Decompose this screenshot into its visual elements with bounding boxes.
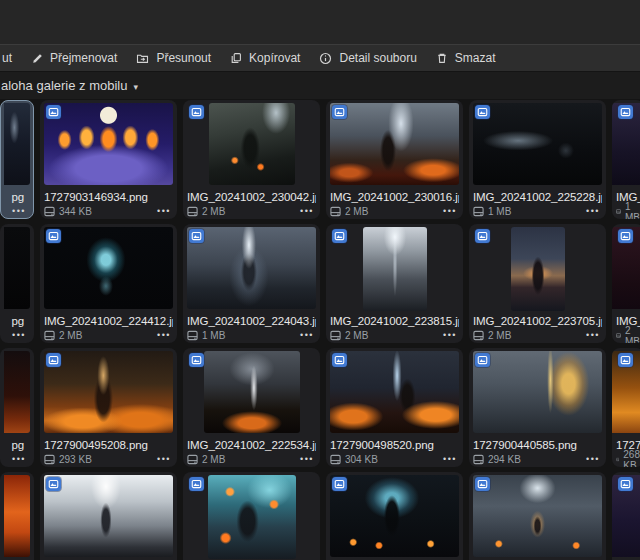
- thumbnail[interactable]: [208, 475, 296, 559]
- pencil-icon: [31, 52, 43, 64]
- breadcrumb[interactable]: aloha galerie z mobilu ▾: [1, 78, 138, 93]
- file-card[interactable]: IMG_20 2 MB: [612, 224, 640, 343]
- image-type-badge: [332, 477, 347, 491]
- more-options-button[interactable]: •••: [157, 329, 173, 342]
- file-card[interactable]: [40, 472, 177, 560]
- thumbnail[interactable]: [4, 103, 30, 185]
- thumbnail[interactable]: [473, 475, 602, 557]
- file-card[interactable]: [326, 472, 463, 560]
- file-size: 2 MB: [625, 325, 640, 344]
- file-card[interactable]: pg •••: [0, 348, 34, 467]
- file-card[interactable]: IMG_20241002_223815.jpg 2 MB •••: [326, 224, 463, 343]
- toolbar-item-copy[interactable]: Kopírovat: [230, 51, 300, 65]
- thumbnail-area: [44, 103, 173, 187]
- file-card[interactable]: 1727900498520.png 304 KB •••: [326, 348, 463, 467]
- thumbnail-area: [187, 475, 316, 559]
- thumbnail[interactable]: [330, 351, 459, 433]
- toolbar-item-details[interactable]: Detail souboru: [319, 51, 416, 65]
- more-options-button[interactable]: •••: [443, 329, 459, 342]
- storage-icon: [616, 206, 621, 217]
- file-meta: 344 KB •••: [44, 205, 173, 218]
- thumbnail[interactable]: [44, 475, 173, 557]
- thumbnail[interactable]: [209, 103, 295, 185]
- file-size: 2 MB: [202, 206, 225, 217]
- file-card[interactable]: 1727900495208.png 293 KB •••: [40, 348, 177, 467]
- file-meta: 2 MB •••: [473, 329, 602, 342]
- thumbnail[interactable]: [187, 227, 316, 309]
- more-options-button[interactable]: •••: [443, 453, 459, 466]
- more-options-button[interactable]: •••: [443, 205, 459, 218]
- file-meta: 2 MB •••: [187, 453, 316, 466]
- file-card[interactable]: IMG_20241002_222534.jpg 2 MB •••: [183, 348, 320, 467]
- thumbnail[interactable]: [330, 103, 459, 185]
- file-name: IMG_20241002_225228.jpg: [473, 190, 602, 204]
- thumbnail[interactable]: [44, 227, 173, 309]
- file-card[interactable]: IMG_20 1 MB: [612, 100, 640, 219]
- more-options-button[interactable]: •••: [157, 205, 173, 218]
- toolbar-item-move[interactable]: Přesunout: [136, 51, 211, 65]
- more-options-button[interactable]: •••: [12, 329, 28, 342]
- grid-row: pg ••• IMG_20241002_224412.jpg 2 MB ••• …: [0, 224, 640, 343]
- thumbnail-area: [473, 103, 602, 187]
- window-top-strip: [0, 0, 640, 44]
- image-type-badge: [332, 229, 347, 243]
- thumbnail-area: [330, 351, 459, 435]
- thumbnail[interactable]: [363, 227, 427, 311]
- image-type-badge: [475, 105, 490, 119]
- breadcrumb-bar: aloha galerie z mobilu ▾: [0, 72, 640, 99]
- thumbnail[interactable]: [44, 103, 173, 185]
- toolbar-item-label: Přesunout: [156, 51, 211, 65]
- file-card[interactable]: IMG_20241002_223705.jpg 2 MB •••: [469, 224, 606, 343]
- more-options-button[interactable]: •••: [157, 453, 173, 466]
- more-options-button[interactable]: •••: [12, 453, 28, 466]
- more-options-button[interactable]: •••: [586, 205, 602, 218]
- file-name: pg: [4, 314, 30, 328]
- image-type-badge: [475, 229, 490, 243]
- toolbar-item-label: ut: [2, 51, 12, 65]
- toolbar-item-rename[interactable]: Přejmenovat: [31, 51, 117, 65]
- file-name: IMG_20241002_223705.jpg: [473, 314, 602, 328]
- thumbnail[interactable]: [204, 351, 300, 433]
- file-card[interactable]: IMG_20241002_230042.jpg 2 MB •••: [183, 100, 320, 219]
- more-options-button[interactable]: •••: [300, 205, 316, 218]
- more-options-button[interactable]: •••: [300, 453, 316, 466]
- thumbnail[interactable]: [473, 351, 602, 433]
- file-card[interactable]: IMG_20241002_224412.jpg 2 MB •••: [40, 224, 177, 343]
- more-options-button[interactable]: •••: [586, 329, 602, 342]
- thumbnail[interactable]: [4, 227, 30, 309]
- file-card[interactable]: pg •••: [0, 224, 34, 343]
- more-options-button[interactable]: •••: [12, 205, 28, 218]
- toolbar-item-delete[interactable]: Smazat: [436, 51, 496, 65]
- more-options-button[interactable]: •••: [300, 329, 316, 342]
- chevron-down-icon: ▾: [133, 82, 138, 92]
- file-card[interactable]: [183, 472, 320, 560]
- thumbnail[interactable]: [330, 475, 459, 557]
- file-card[interactable]: [612, 472, 640, 560]
- file-card[interactable]: IMG_20241002_224043.jpg 1 MB •••: [183, 224, 320, 343]
- thumbnail[interactable]: [473, 103, 602, 185]
- file-card[interactable]: [0, 472, 34, 560]
- file-name: 1727903146934.png: [44, 190, 173, 204]
- toolbar-item-label: Detail souboru: [339, 51, 416, 65]
- file-size: 344 KB: [59, 206, 92, 217]
- more-options-button[interactable]: •••: [586, 453, 602, 466]
- thumbnail-area: [473, 351, 602, 435]
- file-card[interactable]: IMG_20241002_225228.jpg 1 MB •••: [469, 100, 606, 219]
- file-card[interactable]: IMG_20241002_230016.jpg 2 MB •••: [326, 100, 463, 219]
- image-type-badge: [475, 353, 490, 367]
- thumbnail[interactable]: [4, 351, 30, 433]
- file-card[interactable]: 1727900440585.png 294 KB •••: [469, 348, 606, 467]
- storage-icon: [187, 454, 198, 465]
- file-meta: 1 MB •••: [187, 329, 316, 342]
- file-card[interactable]: [469, 472, 606, 560]
- thumbnail-area: [187, 227, 316, 311]
- file-card[interactable]: 1727900 268 KB: [612, 348, 640, 467]
- file-name: pg: [4, 190, 30, 204]
- toolbar-item-download-cut[interactable]: ut: [2, 51, 12, 65]
- thumbnail[interactable]: [44, 351, 173, 433]
- thumbnail[interactable]: [4, 475, 30, 557]
- file-card[interactable]: pg •••: [0, 100, 34, 219]
- thumbnail[interactable]: [511, 227, 565, 311]
- file-card[interactable]: 1727903146934.png 344 KB •••: [40, 100, 177, 219]
- storage-icon: [330, 206, 341, 217]
